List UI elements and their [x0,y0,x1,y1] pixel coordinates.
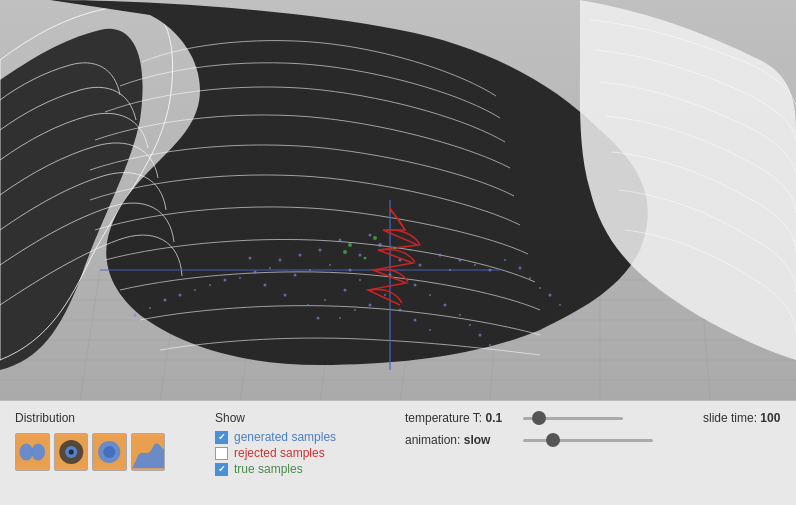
distribution-thumb-2[interactable] [54,433,89,471]
svg-point-72 [559,304,561,306]
svg-point-52 [194,289,196,291]
animation-row: animation: slow [405,433,653,447]
distribution-thumb-3[interactable] [92,433,127,471]
sliders-section: temperature T: 0.1 animation: slow [405,411,653,447]
svg-point-43 [414,284,417,287]
visualization-area [0,0,796,400]
animation-slider[interactable] [523,439,653,442]
svg-point-82 [31,443,45,460]
svg-point-73 [134,314,137,317]
svg-point-55 [264,284,267,287]
svg-point-64 [469,324,471,326]
svg-point-24 [369,234,372,237]
show-section: Show generated samples rejected samples … [215,411,355,476]
svg-point-34 [294,274,297,277]
svg-point-53 [444,304,447,307]
show-label-rejected: rejected samples [234,446,325,460]
controls-panel: Distribution [0,400,796,505]
distribution-label: Distribution [15,411,165,425]
svg-point-48 [209,284,211,286]
svg-point-49 [249,257,252,260]
show-label-generated: generated samples [234,430,336,444]
svg-point-27 [299,254,302,257]
svg-point-38 [474,264,476,266]
svg-point-76 [373,236,377,240]
svg-point-60 [539,287,541,289]
svg-point-69 [479,334,482,337]
svg-point-29 [309,269,311,271]
svg-point-74 [489,344,491,346]
temperature-row: temperature T: 0.1 [405,411,653,425]
svg-point-86 [68,449,73,454]
svg-point-62 [339,317,341,319]
svg-point-40 [384,294,386,296]
svg-point-61 [284,294,287,297]
svg-point-44 [504,259,506,261]
svg-point-78 [364,257,367,260]
animation-label: animation: slow [405,433,515,447]
svg-point-81 [19,443,33,460]
svg-point-45 [224,279,227,282]
slide-time-row: slide time: 100 [703,411,796,425]
checkbox-generated[interactable] [215,431,228,444]
svg-point-63 [164,299,167,302]
svg-point-51 [369,304,372,307]
show-item-rejected[interactable]: rejected samples [215,446,355,460]
svg-point-71 [317,317,320,320]
svg-point-33 [449,269,451,271]
distribution-thumb-4[interactable] [131,433,166,471]
svg-point-65 [414,319,417,322]
distribution-section: Distribution [15,411,165,471]
svg-point-68 [149,307,151,309]
svg-point-75 [348,243,352,247]
svg-point-35 [459,259,462,262]
svg-point-57 [179,294,182,297]
show-label-true: true samples [234,462,303,476]
temperature-slider[interactable] [523,417,623,420]
svg-point-47 [519,267,522,270]
slide-time-section: slide time: 100 [703,411,796,425]
distribution-thumb-1[interactable] [15,433,50,471]
checkbox-rejected[interactable] [215,447,228,460]
svg-point-54 [529,277,531,279]
svg-point-39 [254,271,257,274]
svg-point-37 [344,289,347,292]
svg-point-77 [394,247,397,250]
svg-point-22 [349,269,352,272]
svg-point-32 [279,259,282,262]
svg-point-50 [324,299,326,301]
show-label: Show [215,411,355,425]
svg-point-42 [239,277,241,279]
svg-point-67 [549,294,552,297]
svg-point-70 [429,329,431,331]
svg-point-18 [339,239,342,242]
svg-point-46 [429,294,431,296]
slide-time-label: slide time: 100 [703,411,796,425]
svg-point-20 [378,243,382,247]
svg-point-58 [459,314,461,316]
svg-point-59 [399,309,402,312]
svg-point-31 [359,279,361,281]
checkbox-true[interactable] [215,463,228,476]
show-item-generated[interactable]: generated samples [215,430,355,444]
svg-point-56 [354,309,356,311]
svg-point-19 [359,254,362,257]
distribution-thumbnails [15,433,165,471]
svg-point-66 [307,304,309,306]
svg-point-26 [409,249,411,251]
temperature-label: temperature T: 0.1 [405,411,515,425]
svg-point-28 [419,264,422,267]
svg-point-89 [103,446,115,458]
svg-point-17 [319,249,322,252]
show-item-true[interactable]: true samples [215,462,355,476]
svg-point-41 [489,269,492,272]
svg-point-30 [439,254,442,257]
svg-point-36 [269,267,271,269]
svg-point-79 [343,250,347,254]
svg-point-23 [329,264,331,266]
